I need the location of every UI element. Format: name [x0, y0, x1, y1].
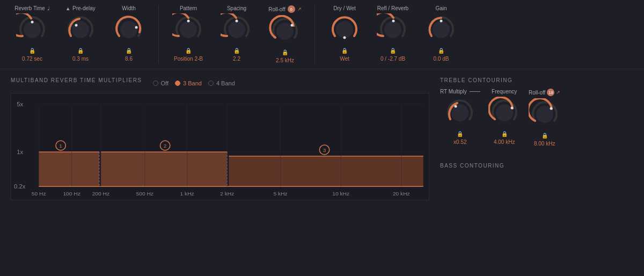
treble-rolloff-badge: 18 — [547, 89, 554, 96]
knob-group-width: Width 🔒 8.6 — [107, 5, 150, 62]
pre-delay-knob[interactable] — [64, 13, 97, 46]
multiband-title: MULTIBAND REVERB TIME MULTIPLIERS — [11, 77, 142, 83]
svg-text:1 kHz: 1 kHz — [180, 191, 194, 197]
radio-4band[interactable]: 4 Band — [208, 80, 235, 86]
svg-point-60 — [496, 104, 513, 121]
svg-point-15 — [392, 20, 395, 23]
gain-lock: 🔒 — [438, 48, 444, 54]
pre-delay-value: 0.3 ms — [72, 56, 89, 62]
rolloff-badge: 6 — [288, 5, 295, 13]
reverb-time-value: 0.72 sec — [22, 56, 42, 62]
bass-section: BASS CONTOURING — [440, 163, 612, 174]
spacing-value: 2.2 — [233, 56, 240, 62]
pattern-knob[interactable] — [172, 13, 204, 46]
spacing-knob[interactable] — [221, 13, 253, 46]
spacing-label: Spacing — [227, 5, 246, 11]
svg-point-8 — [228, 21, 245, 38]
svg-text:20 kHz: 20 kHz — [393, 191, 410, 197]
svg-point-11 — [291, 24, 294, 27]
dry-wet-value: Wet — [340, 56, 349, 62]
refl-reverb-knob[interactable] — [377, 13, 409, 46]
svg-point-12 — [336, 21, 353, 38]
treble-title: TREBLE CONTOURING — [440, 77, 612, 83]
knob-group-refl-reverb: Refl / Reverb 🔒 0 / -2.7 dB — [371, 5, 414, 62]
width-value: 8.6 — [125, 56, 133, 62]
gain-label: Gain — [435, 5, 447, 11]
svg-point-6 — [180, 21, 197, 38]
svg-text:2 kHz: 2 kHz — [220, 191, 234, 197]
svg-text:2: 2 — [164, 143, 167, 149]
treble-rolloff-lock: 🔒 — [541, 133, 548, 139]
gain-value: 0.0 dB — [434, 56, 449, 62]
svg-rect-25 — [39, 152, 99, 186]
rolloff-lock: 🔒 — [282, 49, 288, 55]
svg-text:10 kHz: 10 kHz — [332, 191, 349, 197]
treble-rolloff-label: Roll-off — [529, 90, 546, 96]
treble-frequency-group: Frequency 🔒 4.00 kHz — [488, 89, 521, 145]
dry-wet-lock: 🔒 — [341, 48, 348, 54]
right-section: TREBLE CONTOURING RT Multiply — [440, 77, 612, 200]
knob-group-spacing: Spacing 🔒 2.2 — [215, 5, 258, 62]
svg-text:500 Hz: 500 Hz — [136, 191, 153, 197]
dry-wet-knob[interactable] — [328, 13, 361, 46]
refl-reverb-value: 0 / -2.7 dB — [380, 56, 405, 62]
svg-point-61 — [510, 107, 513, 110]
svg-point-2 — [72, 21, 89, 38]
treble-rolloff-knob[interactable] — [529, 98, 561, 130]
radio-3band[interactable]: 3 Band — [175, 80, 202, 86]
width-knob[interactable] — [113, 13, 145, 46]
svg-text:5 kHz: 5 kHz — [274, 191, 288, 197]
rt-multiply-value: x0.52 — [453, 139, 466, 145]
pre-delay-lock: 🔒 — [77, 48, 84, 54]
rolloff-knob[interactable] — [269, 15, 301, 47]
bottom-section: MULTIBAND REVERB TIME MULTIPLIERS Off 3 … — [0, 69, 644, 208]
pattern-label: Pattern — [180, 5, 197, 11]
multiband-chart: 5x 1x 0.2x 1 2 — [11, 93, 429, 200]
treble-rolloff-group: Roll-off 18 ↗ 🔒 8.00 kHz — [529, 89, 561, 147]
multiband-header: MULTIBAND REVERB TIME MULTIPLIERS Off 3 … — [11, 77, 429, 89]
bass-title: BASS CONTOURING — [440, 163, 612, 169]
treble-rolloff-label-row: Roll-off 18 ↗ — [529, 89, 561, 96]
radio-off[interactable]: Off — [153, 80, 169, 86]
svg-rect-30 — [101, 152, 227, 186]
frequency-value: 4.00 kHz — [494, 139, 515, 145]
gain-knob[interactable] — [425, 13, 457, 46]
radio-off-dot — [153, 81, 158, 86]
treble-rt-multiply-group: RT Multiply 🔒 x0.52 — [440, 89, 480, 145]
svg-point-4 — [120, 21, 137, 38]
rt-multiply-label-row: RT Multiply — [440, 89, 480, 95]
width-label: Width — [122, 5, 136, 11]
rt-line — [470, 91, 480, 92]
reverb-time-label: Reverb Time ♩ — [14, 5, 50, 11]
rt-multiply-lock: 🔒 — [457, 131, 463, 137]
svg-point-7 — [187, 20, 190, 23]
knob-group-dry-wet: Dry / Wet 🔒 Wet — [323, 5, 366, 62]
dry-wet-label: Dry / Wet — [333, 5, 355, 11]
rt-multiply-knob[interactable] — [444, 97, 476, 129]
treble-rolloff-value: 8.00 kHz — [534, 141, 555, 147]
frequency-label-row: Frequency — [492, 89, 517, 95]
svg-point-63 — [550, 107, 552, 110]
svg-rect-35 — [229, 156, 423, 186]
treble-section: TREBLE CONTOURING RT Multiply — [440, 77, 612, 147]
svg-point-13 — [343, 37, 346, 39]
refl-reverb-label: Refl / Reverb — [377, 5, 408, 11]
reverb-time-lock: 🔒 — [29, 48, 35, 54]
reverb-time-knob[interactable] — [16, 13, 48, 46]
frequency-lock: 🔒 — [501, 131, 508, 137]
svg-point-5 — [135, 26, 138, 29]
svg-point-17 — [440, 20, 443, 23]
svg-text:1x: 1x — [17, 149, 23, 155]
radio-group: Off 3 Band 4 Band — [153, 80, 235, 86]
refl-reverb-lock: 🔒 — [390, 48, 396, 54]
treble-knobs: RT Multiply 🔒 x0.52 — [440, 89, 612, 147]
svg-point-58 — [451, 104, 469, 121]
svg-text:50 Hz: 50 Hz — [32, 191, 46, 197]
pattern-value: Position 2-B — [174, 56, 203, 62]
radio-3band-dot — [175, 81, 180, 86]
svg-text:3: 3 — [323, 147, 326, 153]
separator-2 — [314, 5, 315, 63]
frequency-knob[interactable] — [488, 97, 521, 129]
metronome-icon: ♩ — [47, 5, 50, 11]
svg-text:100 Hz: 100 Hz — [63, 191, 80, 197]
